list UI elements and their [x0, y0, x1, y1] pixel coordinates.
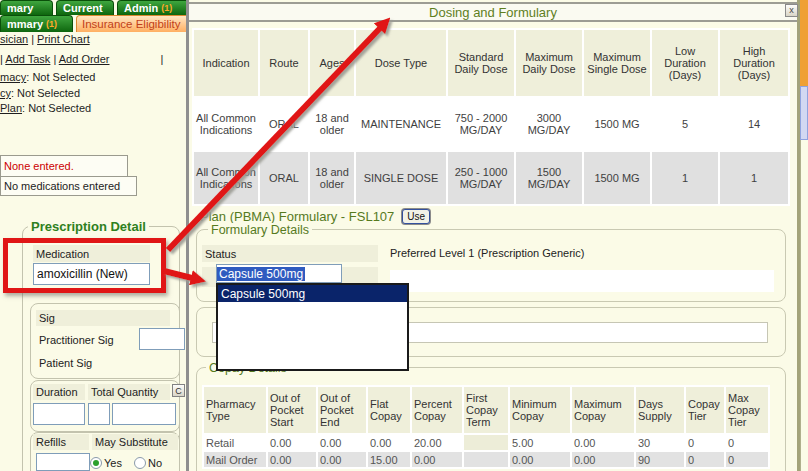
tab-label: mmary	[7, 18, 43, 30]
add-order-link[interactable]: Add Order	[59, 53, 110, 65]
pharmacy-value: : Not Selected	[26, 71, 95, 83]
cell: 0	[686, 435, 724, 450]
copay-row-mail-order: Mail Order 0.00 0.00 15.00 0.00 0.00 0.0…	[204, 452, 768, 467]
pharmacy-link[interactable]: macy	[0, 71, 26, 83]
col-ages: Ages	[310, 30, 354, 96]
col-first-copay-term: First Copay Term	[464, 387, 508, 433]
dosing-formulary-dialog: Dosing and Formulary x Indication Route …	[186, 0, 800, 471]
cell: All Common Indications	[194, 152, 258, 204]
plan-value: : Not Selected	[22, 102, 91, 114]
patient-sig-label: Patient Sig	[36, 354, 136, 372]
tab-summary[interactable]: mmary (1)	[0, 15, 73, 32]
cell: 0.00	[572, 435, 634, 450]
col-dose-type: Dose Type	[356, 30, 446, 96]
agency-value: : Not Selected	[11, 87, 80, 99]
dose-combobox-value: Capsule 500mg	[217, 267, 305, 281]
tab-admin[interactable]: Admin (1)	[117, 0, 191, 15]
cell: 15.00	[368, 452, 410, 467]
cell: 750 - 2000 MG/DAY	[448, 98, 514, 150]
dialog-title: Dosing and Formulary	[429, 5, 557, 20]
agency-link[interactable]: cy	[0, 87, 11, 99]
cell: 0.00	[368, 435, 410, 450]
dialog-left-border	[186, 0, 189, 471]
substitute-no-label: No	[148, 457, 162, 469]
separator: |	[0, 53, 3, 65]
col-max-single: Maximum Single Dose	[584, 30, 650, 96]
tab-summary-badge: (1)	[46, 19, 57, 29]
dose-combobox[interactable]: Capsule 500mg	[216, 264, 342, 283]
col-percent-copay: Percent Copay	[412, 387, 462, 433]
print-chart-link[interactable]: Print Chart	[37, 33, 90, 45]
status-value: Preferred Level 1 (Prescription Generic)	[390, 247, 584, 259]
substitute-no-radio[interactable]	[134, 457, 146, 469]
tab-summary-top[interactable]: mary	[0, 0, 53, 15]
col-copay-tier: Copay Tier	[686, 387, 724, 433]
copay-header-row: Pharmacy Type Out of Pocket Start Out of…	[204, 387, 768, 433]
formulary-field-band	[390, 270, 774, 292]
practitioner-sig-label: Practitioner Sig	[36, 330, 136, 350]
dose-dropdown-option[interactable]: Capsule 500mg	[218, 285, 407, 302]
total-quantity-label: Total Quantity	[88, 384, 170, 400]
status-label: Status	[202, 245, 378, 262]
plan-link[interactable]: Plan	[0, 102, 22, 114]
cell: ORAL	[260, 152, 308, 204]
col-max-daily: Maximum Daily Dose	[516, 30, 582, 96]
use-button[interactable]: Use	[402, 209, 430, 224]
duration-label: Duration	[33, 384, 85, 400]
scrollbar-thumb[interactable]	[800, 86, 808, 140]
cell: 0.00	[510, 452, 570, 467]
cell: ORAL	[260, 98, 308, 150]
substitute-yes-radio[interactable]	[90, 457, 102, 469]
duration-input[interactable]	[33, 403, 85, 425]
quantity-calc-button[interactable]: C	[172, 384, 185, 397]
dosing-header-row: Indication Route Ages Dose Type Standard…	[194, 30, 788, 96]
cell: 30	[636, 435, 684, 450]
cell: 1	[720, 152, 788, 204]
formulary-details-legend: Formulary Details	[208, 223, 312, 237]
cell: 250 - 1000 MG/DAY	[448, 152, 514, 204]
copay-row-retail: Retail 0.00 0.00 0.00 20.00 5.00 0.00 30…	[204, 435, 768, 450]
dialog-titlebar: Dosing and Formulary	[189, 2, 797, 22]
sig-header: Sig	[36, 310, 170, 326]
substitute-yes-label: Yes	[104, 457, 122, 469]
col-min-copay: Minimum Copay	[510, 387, 570, 433]
col-low-duration: Low Duration (Days)	[652, 30, 718, 96]
tab-label: Insurance Eligibility	[82, 18, 180, 30]
cell	[464, 435, 508, 450]
dose-dropdown-list: Capsule 500mg	[216, 283, 409, 371]
tab-current[interactable]: Current	[56, 0, 114, 15]
dosing-table: Indication Route Ages Dose Type Standard…	[192, 28, 790, 206]
quantity-input-1[interactable]	[88, 403, 110, 425]
practitioner-sig-input[interactable]	[139, 328, 185, 350]
screen: mary Current Admin (1) mmary (1) Insuran…	[0, 0, 808, 471]
close-icon[interactable]: x	[785, 4, 798, 17]
cell: 18 and older	[310, 152, 354, 204]
col-oop-start: Out of Pocket Start	[268, 387, 316, 433]
cell: 90	[636, 452, 684, 467]
chart-links-line1: sician | Print Chart	[0, 33, 90, 45]
right-edge-strip	[800, 140, 808, 471]
orange-strip	[800, 0, 808, 86]
col-max-copay: Maximum Copay	[572, 387, 634, 433]
add-task-link[interactable]: Add Task	[5, 53, 50, 65]
tab-insurance-eligibility[interactable]: Insurance Eligibility	[76, 15, 193, 32]
annotation-box-medication	[3, 238, 166, 293]
cell: 5.00	[510, 435, 570, 450]
medications-note: No medications entered	[0, 176, 137, 196]
quantity-input-2[interactable]	[112, 403, 176, 425]
copay-table: Pharmacy Type Out of Pocket Start Out of…	[202, 385, 770, 469]
cell: SINGLE DOSE	[356, 152, 446, 204]
cell: Retail	[204, 435, 266, 450]
refills-input[interactable]	[36, 453, 90, 471]
tab-label: Admin	[124, 2, 158, 14]
cell: 1	[652, 152, 718, 204]
cell: 18 and older	[310, 98, 354, 150]
tab-label: mary	[7, 2, 33, 14]
cell: 1500 MG	[584, 152, 650, 204]
cell: 1500 MG	[584, 98, 650, 150]
physician-link[interactable]: sician	[0, 33, 28, 45]
cell: 0	[686, 452, 724, 467]
cell: 5	[652, 98, 718, 150]
col-indication: Indication	[194, 30, 258, 96]
separator: |	[53, 53, 56, 65]
